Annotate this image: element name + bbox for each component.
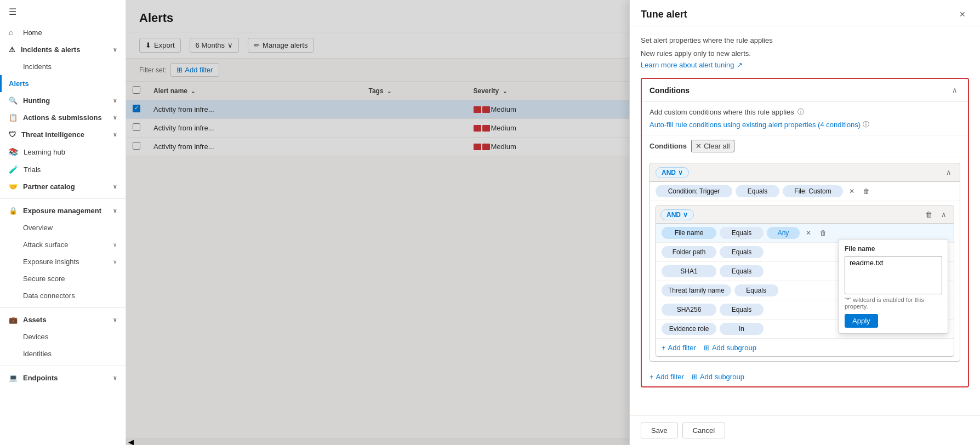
equals-pill[interactable]: Equals: [736, 185, 779, 197]
apply-button[interactable]: Apply: [845, 314, 878, 328]
sidebar-item-label: Identities: [23, 350, 52, 358]
incidents-alerts-icon: ⚠: [9, 45, 15, 54]
sidebar-item-label: Assets: [23, 316, 47, 324]
equals-pill-tfn[interactable]: Equals: [734, 284, 778, 296]
sidebar-item-learning-hub[interactable]: 📚 Learning hub: [0, 143, 126, 161]
sidebar-item-label: Actions & submissions: [23, 113, 102, 122]
sidebar-item-label: Attack surface: [23, 241, 68, 249]
any-pill[interactable]: Any: [767, 227, 800, 239]
trigger-pill[interactable]: Condition: Trigger: [656, 185, 732, 197]
threat-intelligence-icon: 🛡: [9, 130, 16, 139]
sidebar-item-label: Exposure management: [23, 207, 101, 215]
conditions-collapse-button[interactable]: ∧: [949, 84, 960, 96]
inner-add-subgroup-link[interactable]: ⊞ Add subgroup: [704, 344, 756, 352]
outer-add-subgroup-label: Add subgroup: [700, 373, 744, 381]
file-custom-pill[interactable]: File: Custom: [783, 185, 843, 197]
sidebar-item-overview[interactable]: Overview: [0, 219, 126, 236]
file-name-remove-button[interactable]: ✕: [803, 227, 814, 238]
outer-and-group: AND ∨ ∧ Condition: Trigger Equals File: …: [649, 163, 960, 362]
inner-add-filter-link[interactable]: + Add filter: [662, 344, 696, 352]
chevron-down-icon: ∨: [678, 169, 683, 176]
trigger-remove-button[interactable]: ✕: [846, 186, 857, 197]
sidebar-item-data-connectors[interactable]: Data connectors: [0, 287, 126, 304]
auto-fill-link[interactable]: Auto-fill rule conditions using existing…: [649, 120, 960, 129]
evidence-role-pill[interactable]: Evidence role: [662, 323, 716, 335]
exposure-mgmt-icon: 🔒: [9, 207, 18, 215]
hamburger-icon[interactable]: ☰: [0, 0, 126, 24]
panel-body: Set alert properties where the rule appl…: [630, 26, 980, 415]
main-content: Alerts ⬇ Export 6 Months ∨ ✏ Manage aler…: [126, 0, 980, 445]
and-tag[interactable]: AND ∨: [656, 167, 689, 178]
in-pill[interactable]: In: [720, 323, 764, 335]
sidebar-item-partner-catalog[interactable]: 🤝 Partner catalog ∨: [0, 178, 126, 195]
equals-pill-sha1[interactable]: Equals: [720, 265, 764, 277]
chevron-down-icon: ∨: [113, 259, 117, 265]
sidebar-item-secure-score[interactable]: Secure score: [0, 270, 126, 287]
sidebar-item-home[interactable]: ⌂ Home: [0, 24, 126, 41]
panel-title: Tune alert: [641, 9, 687, 20]
add-custom-label: Add custom conditions where this rule ap…: [649, 108, 794, 116]
sidebar-item-threat-intelligence[interactable]: 🛡 Threat intelligence ∨: [0, 126, 126, 143]
file-name-pill[interactable]: File name: [662, 227, 716, 239]
inner-group-delete-button[interactable]: 🗑: [922, 209, 935, 220]
sidebar-item-actions[interactable]: 📋 Actions & submissions ∨: [0, 109, 126, 126]
chevron-down-icon: ∨: [113, 242, 117, 248]
sha256-pill[interactable]: SHA256: [662, 304, 716, 316]
sidebar-item-exposure-management[interactable]: 🔒 Exposure management ∨: [0, 202, 126, 219]
plus-icon: +: [662, 344, 666, 352]
sidebar-item-assets[interactable]: 💼 Assets ∨: [0, 311, 126, 328]
equals-pill-fn[interactable]: Equals: [720, 227, 764, 239]
external-link-icon: ↗: [737, 61, 743, 69]
cancel-button[interactable]: Cancel: [682, 423, 725, 438]
sidebar-item-incidents[interactable]: Incidents: [0, 58, 126, 75]
sidebar-item-label: Partner catalog: [23, 182, 75, 191]
equals-pill-fp[interactable]: Equals: [720, 246, 764, 258]
learning-hub-icon: 📚: [9, 147, 18, 156]
threat-family-pill[interactable]: Threat family name: [662, 284, 731, 296]
chevron-down-icon: ∨: [683, 211, 688, 219]
sha1-pill[interactable]: SHA1: [662, 265, 716, 277]
sidebar-item-alerts[interactable]: Alerts: [0, 75, 126, 92]
sidebar-item-incidents-alerts[interactable]: ⚠ Incidents & alerts ∨: [0, 41, 126, 58]
chevron-down-icon: ∨: [113, 115, 117, 121]
partner-catalog-icon: 🤝: [9, 182, 18, 191]
info-icon: ⓘ: [797, 107, 804, 117]
clear-label: Clear all: [704, 142, 730, 150]
sidebar-item-devices[interactable]: Devices: [0, 328, 126, 345]
and-group-collapse-button[interactable]: ∧: [943, 167, 954, 178]
chevron-down-icon: ∨: [113, 208, 117, 214]
conditions-box: Conditions ∧ Add custom conditions where…: [641, 78, 969, 387]
inner-group-collapse-button[interactable]: ∧: [938, 209, 949, 220]
add-subgroup-label: Add subgroup: [712, 344, 756, 352]
trigger-condition-row: Condition: Trigger Equals File: Custom ✕…: [650, 182, 960, 201]
outer-add-filter-link[interactable]: + Add filter: [649, 373, 684, 381]
assets-icon: 💼: [9, 316, 18, 324]
tune-alert-panel: Tune alert ✕ Set alert properties where …: [629, 0, 980, 445]
panel-description-line1: Set alert properties where the rule appl…: [641, 35, 969, 46]
folder-path-pill[interactable]: Folder path: [662, 246, 716, 258]
file-name-delete-button[interactable]: 🗑: [817, 227, 829, 238]
filename-input[interactable]: readme.txt: [845, 256, 942, 294]
outer-add-subgroup-link[interactable]: ⊞ Add subgroup: [692, 373, 744, 381]
save-button[interactable]: Save: [641, 423, 678, 438]
sidebar-item-endpoints[interactable]: 💻 Endpoints ∨: [0, 369, 126, 386]
equals-pill-sha256[interactable]: Equals: [720, 304, 764, 316]
sidebar-item-attack-surface[interactable]: Attack surface ∨: [0, 236, 126, 253]
auto-fill-text: Auto-fill rule conditions using existing…: [649, 121, 861, 129]
sidebar-item-trials[interactable]: 🧪 Trials: [0, 161, 126, 178]
panel-close-button[interactable]: ✕: [956, 9, 969, 20]
trigger-delete-button[interactable]: 🗑: [861, 186, 873, 197]
conditions-bar-label: Conditions: [649, 142, 687, 150]
chevron-down-icon: ∨: [113, 132, 117, 138]
chevron-down-icon: ∨: [113, 184, 117, 190]
chevron-down-icon: ∨: [113, 47, 117, 53]
clear-all-button[interactable]: ✕ Clear all: [691, 140, 734, 152]
wildcard-hint: "*" wildcard is enabled for this propert…: [845, 296, 942, 310]
sidebar-item-hunting[interactable]: 🔍 Hunting ∨: [0, 92, 126, 109]
inner-and-tag[interactable]: AND ∨: [660, 209, 694, 220]
sidebar-item-exposure-insights[interactable]: Exposure insights ∨: [0, 253, 126, 270]
sidebar-item-identities[interactable]: Identities: [0, 345, 126, 362]
sidebar-item-label: Incidents: [23, 62, 52, 71]
conditions-bar: Conditions ✕ Clear all: [642, 135, 968, 157]
learn-more-link[interactable]: Learn more about alert tuning ↗: [641, 61, 969, 69]
